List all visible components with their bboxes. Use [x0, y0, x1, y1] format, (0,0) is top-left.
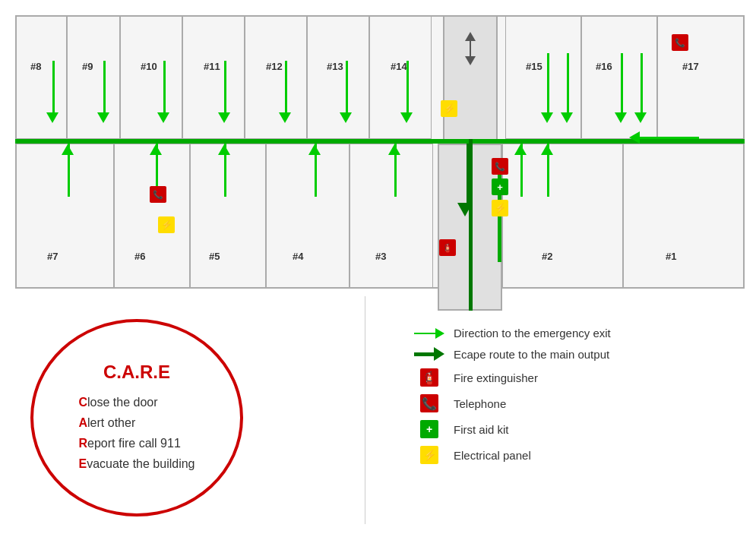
firstaid-icon-2: + — [492, 178, 508, 195]
exit-arrow-head — [457, 203, 473, 216]
label-4: #4 — [293, 251, 303, 262]
care-circle: C.A.R.E Close the door Alert other Repor… — [30, 319, 243, 516]
arrow-14-head — [400, 112, 413, 123]
label-2: #2 — [542, 251, 552, 262]
legend-phone: 📞 Telephone — [414, 394, 733, 412]
arrow-10-line — [163, 61, 166, 114]
legend-direction: Direction to the emergency exit — [414, 327, 733, 340]
legend-escape-text: Ecape route to the main output — [454, 348, 609, 361]
legend-phone-text: Telephone — [454, 397, 506, 410]
arrow-13-line — [346, 61, 348, 114]
legend-thin-arrow — [414, 328, 444, 339]
label-5: #5 — [209, 251, 220, 262]
room-10-wall — [120, 15, 182, 139]
arrow-16b-line — [641, 53, 643, 114]
arrow-right-h-head — [629, 131, 640, 144]
arrow-16b-head — [634, 112, 647, 123]
legend-thick-arrow — [414, 347, 444, 361]
room-12-wall — [245, 15, 307, 139]
label-10: #10 — [141, 61, 157, 72]
arrow-11-line — [224, 61, 226, 114]
care-title: C.A.R.E — [103, 362, 170, 383]
label-3: #3 — [375, 251, 386, 262]
arrow-14-line — [406, 61, 409, 114]
label-16: #16 — [596, 61, 612, 72]
legend-direction-text: Direction to the emergency exit — [454, 327, 611, 340]
phone-icon-6: 📞 — [150, 186, 166, 203]
arrow-16a-head — [615, 112, 627, 123]
elevator-top — [443, 15, 498, 152]
phone-icon-2: 📞 — [492, 158, 508, 175]
arrow-15b-line — [567, 53, 569, 114]
label-13: #13 — [327, 61, 343, 72]
arrow-16a-line — [621, 53, 623, 114]
arrow-2b-head — [541, 144, 553, 155]
exit-route-v — [469, 139, 473, 311]
room-11-wall — [182, 15, 245, 139]
arrow-6-head — [150, 144, 162, 155]
label-15: #15 — [526, 61, 542, 72]
arrow-10-head — [157, 112, 169, 123]
room-7-wall — [15, 144, 114, 289]
label-1: #1 — [666, 251, 676, 262]
legend-fire-ext-icon: 🧯 — [414, 368, 444, 387]
label-9: #9 — [82, 61, 93, 72]
room-13-wall — [307, 15, 369, 139]
phone-icon-16: 📞 — [672, 34, 688, 51]
exit-arrow-line — [467, 144, 469, 204]
label-12: #12 — [266, 61, 283, 72]
arrow-15a-head — [541, 112, 553, 123]
arrow-12-line — [285, 61, 287, 114]
legend-firstaid: + First aid kit — [414, 420, 733, 438]
room-4-wall — [266, 144, 350, 289]
electrical-icon-6: ⚡ — [158, 216, 175, 233]
arrow-9-line — [103, 61, 106, 114]
legend-electrical: ⚡ Electrical panel — [414, 446, 733, 464]
arrow-7-head — [62, 144, 74, 155]
room-5-wall — [190, 144, 266, 289]
label-7: #7 — [47, 251, 58, 262]
room-3-wall — [350, 144, 433, 289]
legend-firstaid-icon: + — [414, 420, 444, 438]
legend: Direction to the emergency exit Ecape ro… — [414, 327, 733, 472]
room-17-wall — [657, 15, 745, 139]
label-6: #6 — [134, 251, 145, 262]
arrow-15b-head — [561, 112, 573, 123]
legend-fire-ext: 🧯 Fire extinguisher — [414, 368, 733, 387]
legend-escape: Ecape route to the main output — [414, 347, 733, 361]
legend-firstaid-text: First aid kit — [454, 423, 509, 436]
label-8: #8 — [30, 61, 41, 72]
room-9-wall — [67, 15, 120, 139]
arrow-8-head — [46, 112, 59, 123]
arrow-2a-head — [514, 144, 527, 155]
arrow-8-line — [52, 61, 55, 114]
legend-electrical-text: Electrical panel — [454, 449, 531, 462]
arrow-11-head — [218, 112, 230, 123]
room-6-wall — [114, 144, 190, 289]
arrow-15a-line — [547, 53, 549, 114]
legend-phone-icon: 📞 — [414, 394, 444, 412]
fire-ext-icon-3: 🧯 — [439, 239, 456, 256]
room-1-wall — [623, 144, 745, 289]
arrow-5-head — [218, 144, 230, 155]
legend-electrical-icon: ⚡ — [414, 446, 444, 464]
legend-fire-ext-text: Fire extinguisher — [454, 371, 538, 384]
arrow-13-head — [340, 112, 352, 123]
care-item-e: Evacuate the building — [79, 453, 195, 474]
electrical-icon-14: ⚡ — [441, 100, 457, 117]
floorplan: #8 #9 #10 #11 #12 #13 #14 #15 #16 #17 #7… — [15, 15, 745, 304]
care-item-a: Alert other — [79, 412, 195, 433]
label-14: #14 — [391, 61, 407, 72]
label-11: #11 — [204, 61, 220, 72]
care-item-r: Report fire call 911 — [79, 433, 195, 453]
label-17: #17 — [682, 61, 699, 72]
arrow-right-h-line — [638, 137, 699, 139]
care-item-c: Close the door — [79, 392, 195, 412]
arrow-12-head — [279, 112, 291, 123]
section-divider — [365, 296, 365, 524]
care-list: Close the door Alert other Report fire c… — [79, 392, 195, 475]
arrow-9-head — [97, 112, 109, 123]
electrical-icon-2: ⚡ — [492, 200, 508, 216]
room-8-wall — [15, 15, 67, 139]
arrow-4-head — [308, 144, 321, 155]
